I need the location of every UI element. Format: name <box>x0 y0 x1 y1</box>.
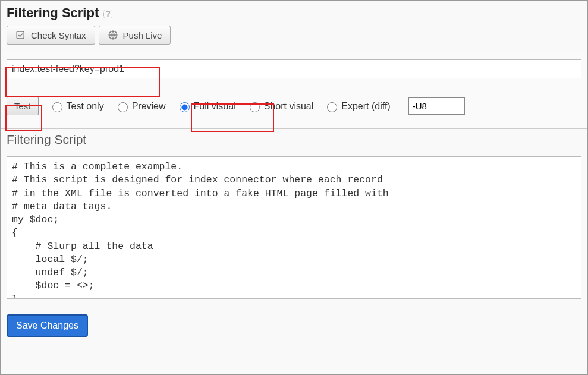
toolbar: Check Syntax Push Live <box>7 26 581 45</box>
radio-expert-diff[interactable]: Expert (diff) <box>324 100 390 112</box>
radio-expert-diff-input[interactable] <box>327 102 337 112</box>
header-section: Filtering Script ? Check Syntax <box>1 1 587 51</box>
radio-short-visual-input[interactable] <box>250 102 260 112</box>
globe-icon <box>108 30 118 40</box>
page-title-text: Filtering Script <box>7 5 99 20</box>
page-title: Filtering Script ? <box>7 5 581 21</box>
diff-options-input[interactable] <box>408 97 465 115</box>
url-section <box>1 51 587 87</box>
url-input[interactable] <box>7 59 581 78</box>
editor-section <box>1 153 587 307</box>
editor-heading: Filtering Script <box>7 133 581 147</box>
radio-preview-input[interactable] <box>118 102 128 112</box>
radio-full-visual[interactable]: Full visual <box>177 100 236 112</box>
radio-test-only-input[interactable] <box>52 102 62 112</box>
check-syntax-button[interactable]: Check Syntax <box>7 26 95 45</box>
radio-test-only-label: Test only <box>67 101 104 112</box>
radio-full-visual-input[interactable] <box>180 102 190 112</box>
footer-section: Save Changes <box>1 307 587 344</box>
radio-expert-diff-label: Expert (diff) <box>341 101 390 112</box>
push-live-button[interactable]: Push Live <box>99 26 171 45</box>
script-textarea[interactable] <box>7 156 581 299</box>
svg-rect-0 <box>17 31 24 39</box>
radio-full-visual-label: Full visual <box>194 101 236 112</box>
help-icon[interactable]: ? <box>103 10 112 18</box>
radio-preview[interactable]: Preview <box>115 100 166 112</box>
radio-preview-label: Preview <box>132 101 166 112</box>
save-changes-button[interactable]: Save Changes <box>7 314 88 337</box>
radio-short-visual[interactable]: Short visual <box>247 100 314 112</box>
radio-short-visual-label: Short visual <box>264 101 314 112</box>
check-icon <box>15 30 26 40</box>
check-syntax-label: Check Syntax <box>31 30 86 40</box>
test-button[interactable]: Test <box>7 97 39 115</box>
app-panel: Filtering Script ? Check Syntax <box>0 0 588 375</box>
editor-heading-section: Filtering Script <box>1 129 587 153</box>
test-controls-section: Test Test only Preview Full visual Short… <box>1 87 587 129</box>
radio-test-only[interactable]: Test only <box>49 100 104 112</box>
push-live-label: Push Live <box>123 30 162 40</box>
